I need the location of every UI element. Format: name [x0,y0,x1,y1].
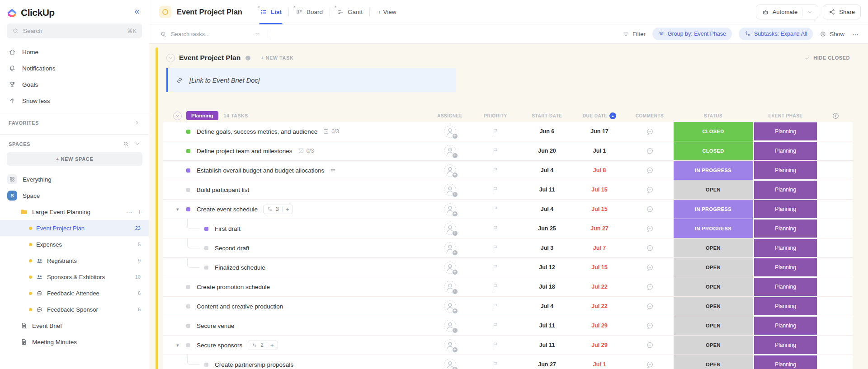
assignee-avatar[interactable]: + [443,242,457,255]
sidebar-item-space[interactable]: S Space [0,187,149,204]
column-header-comments[interactable]: COMMENTS [626,113,674,118]
comments-cell[interactable] [626,161,674,180]
assignee-cell[interactable]: + [429,219,470,238]
status-cell[interactable]: OPEN [674,355,753,369]
due-date[interactable]: Jul 7 [573,238,626,257]
status-cell[interactable]: OPEN [674,316,753,335]
phase-cell[interactable]: Planning [753,141,818,160]
checklist-badge[interactable]: 0/3 [323,128,339,135]
task-status-square-icon[interactable] [186,130,190,134]
comments-cell[interactable] [626,122,674,141]
due-date[interactable]: Jul 1 [573,355,626,369]
column-header-assignee[interactable]: ASSIGNEE [429,113,470,118]
priority-cell[interactable] [470,238,521,257]
column-header-due-date[interactable]: DUE DATE ▲ [573,112,626,119]
assignee-cell[interactable]: + [429,277,470,296]
assignee-avatar[interactable]: + [443,183,457,196]
add-subtask-button[interactable]: + [270,342,274,349]
assignee-cell[interactable]: + [429,355,470,369]
task-name[interactable]: Secure venue [197,322,234,329]
comments-cell[interactable] [626,180,674,199]
task-name[interactable]: Create event schedule [197,206,258,213]
add-column-button[interactable] [818,112,853,120]
assignee-cell[interactable]: + [429,238,470,257]
task-name[interactable]: Establish overall budget and budget allo… [197,167,324,174]
spaces-section-header[interactable]: SPACES [0,135,149,151]
task-status-square-icon[interactable] [186,149,190,153]
sidebar-item-show-less[interactable]: Show less [0,93,149,109]
column-header-event-phase[interactable]: EVENT PHASE [753,113,818,118]
priority-cell[interactable] [470,122,521,141]
start-date[interactable]: Jun 25 [521,219,573,238]
phase-cell[interactable]: Planning [753,316,818,335]
column-header-priority[interactable]: PRIORITY [470,113,521,118]
sort-asc-badge[interactable]: ▲ [609,112,616,119]
comments-cell[interactable] [626,297,674,316]
phase-cell[interactable]: Planning [753,180,818,199]
comments-cell[interactable] [626,219,674,238]
start-date[interactable]: Jul 11 [521,316,573,335]
due-date[interactable]: Jul 15 [573,258,626,277]
status-cell[interactable]: OPEN [674,180,753,199]
folder-add-icon[interactable]: + [138,208,142,215]
subtasks-pill[interactable]: Subtasks: Expand All [739,28,813,40]
task-name[interactable]: Create promotion schedule [197,284,270,290]
phase-cell[interactable]: Planning [753,336,818,355]
subtask-count-badge[interactable]: 3 + [263,205,293,214]
due-date[interactable]: Jul 22 [573,277,626,296]
chevron-down-icon[interactable] [807,9,812,15]
phase-cell[interactable]: Planning [753,219,818,238]
hide-closed-toggle[interactable]: HIDE CLOSED [804,55,850,61]
add-view-button[interactable]: + View [370,0,405,24]
task-name[interactable]: Secure sponsors [197,342,242,349]
table-row[interactable]: Build participant list + Jul 11 Jul 15 O… [163,180,853,200]
status-cell[interactable]: OPEN [674,336,753,355]
expand-toggle[interactable]: ▾ [176,206,186,212]
phase-cell[interactable]: Planning [753,258,818,277]
priority-cell[interactable] [470,316,521,335]
checklist-badge[interactable]: 0/3 [298,148,314,154]
status-cell[interactable]: OPEN [674,277,753,296]
status-cell[interactable]: OPEN [674,297,753,316]
assignee-cell[interactable]: + [429,200,470,219]
sidebar-list-item[interactable]: Sponsors & Exhibitors 10 [0,269,149,285]
task-name[interactable]: Create partnership proposals [215,361,293,368]
assignee-avatar[interactable]: + [443,261,457,274]
priority-cell[interactable] [470,297,521,316]
column-header-status[interactable]: STATUS [674,113,753,118]
assignee-avatar[interactable]: + [443,203,457,216]
assignee-avatar[interactable]: + [443,222,457,235]
table-row[interactable]: Content and creative production + Jul 4 … [163,297,853,316]
assignee-cell[interactable]: + [429,161,470,180]
task-status-square-icon[interactable] [186,168,190,173]
assignee-avatar[interactable]: + [443,339,457,352]
priority-cell[interactable] [470,161,521,180]
priority-cell[interactable] [470,180,521,199]
phase-cell[interactable]: Planning [753,122,818,141]
task-name[interactable]: Second draft [215,245,250,252]
show-button[interactable]: Show [820,31,844,37]
due-date[interactable]: Jul 15 [573,180,626,199]
status-cell[interactable]: OPEN [674,238,753,257]
start-date[interactable]: Jul 4 [521,200,573,219]
due-date[interactable]: Jul 8 [573,161,626,180]
comments-cell[interactable] [626,336,674,355]
start-date[interactable]: Jul 18 [521,277,573,296]
group-by-pill[interactable]: Group by: Event Phase [652,28,732,40]
priority-cell[interactable] [470,141,521,160]
task-name[interactable]: Finalized schedule [215,264,265,271]
comments-cell[interactable] [626,316,674,335]
comments-cell[interactable] [626,238,674,257]
sidebar-item-everything[interactable]: Everything [0,171,149,187]
due-date[interactable]: Jul 1 [573,141,626,160]
sidebar-search[interactable]: Search ⌘K [7,23,142,38]
task-name[interactable]: Build participant list [197,187,249,193]
add-subtask-button[interactable]: + [286,206,289,213]
info-icon[interactable] [245,55,251,61]
assignee-cell[interactable]: + [429,122,470,141]
assignee-cell[interactable]: + [429,180,470,199]
section-collapse-button[interactable] [166,54,175,62]
sidebar-list-item[interactable]: Expenses 5 [0,236,149,252]
status-cell[interactable]: IN PROGRESS [674,161,753,180]
status-cell[interactable]: CLOSED [674,141,753,160]
